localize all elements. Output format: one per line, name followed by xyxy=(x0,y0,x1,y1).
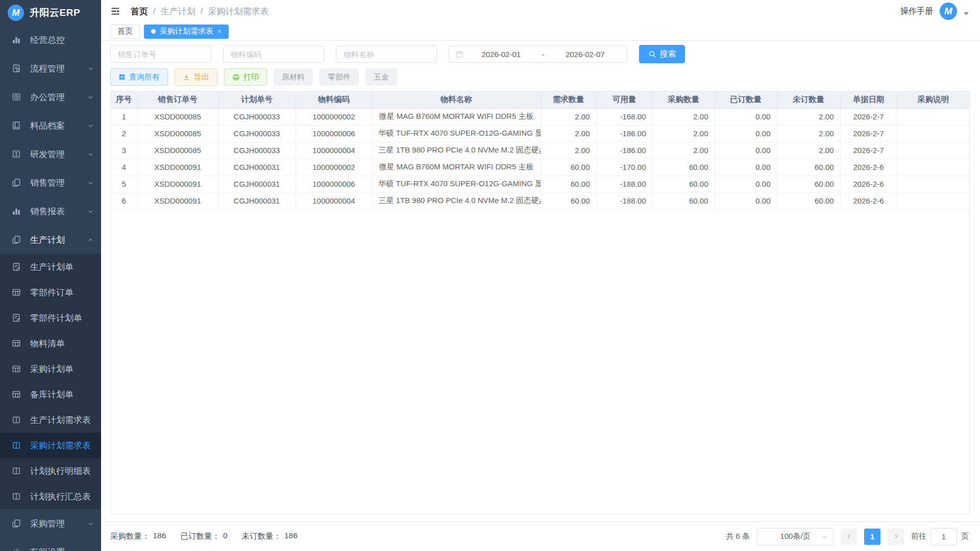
table-row[interactable]: 2XSDD000085CGJH0000331000000006华硕 TUF-RT… xyxy=(111,125,969,142)
stat-已订数量: 已订数量：0 xyxy=(180,531,227,542)
sidebar-item-采购计划需求表[interactable]: 采购计划需求表 xyxy=(0,433,101,458)
footer-stats: 采购数量：186已订数量：0未订数量：186 xyxy=(110,531,298,542)
column-header-需求数量: 需求数量 xyxy=(541,91,596,108)
open-book-icon xyxy=(11,466,21,476)
table-grid-icon xyxy=(11,338,21,348)
sales-order-input[interactable] xyxy=(110,45,211,63)
breadcrumb-current: 采购计划需求表 xyxy=(208,6,268,17)
column-header-物料编码: 物料编码 xyxy=(296,91,372,108)
office-clock-icon xyxy=(11,92,21,102)
material-code-input[interactable] xyxy=(223,45,324,63)
data-table-wrap: 序号销售订单号计划单号物料编码物料名称需求数量可用量采购数量已订数量未订数量单据… xyxy=(110,91,970,514)
导出-button[interactable]: 导出 xyxy=(175,68,217,86)
sidebar-item-生产计划需求表[interactable]: 生产计划需求表 xyxy=(0,407,101,433)
chart-bar-icon xyxy=(11,206,21,216)
calendar-icon xyxy=(455,50,463,58)
close-tab-icon[interactable]: × xyxy=(217,28,222,35)
sidebar-item-备库计划单[interactable]: 备库计划单 xyxy=(0,382,101,407)
查询所有-button[interactable]: 查询所有 xyxy=(110,68,168,86)
sidebar-item-料品档案[interactable]: 料品档案 xyxy=(0,111,101,140)
action-row: 查询所有导出打印原材料零部件五金 xyxy=(110,68,970,86)
date-start-input[interactable] xyxy=(465,50,537,59)
table-row[interactable]: 5XSDD000091CGJH0000311000000006华硕 TUF-RT… xyxy=(111,176,969,192)
copy-doc-icon xyxy=(11,235,21,245)
sidebar-item-零部件订单[interactable]: 零部件订单 xyxy=(0,280,101,305)
零部件-button[interactable]: 零部件 xyxy=(320,68,359,86)
table-row[interactable]: 3XSDD000085CGJH0000331000000004三星 1TB 98… xyxy=(111,142,969,159)
sidebar-item-生产计划[interactable]: 生产计划 xyxy=(0,226,101,254)
copy-doc-icon xyxy=(11,178,21,188)
sidebar-item-销售管理[interactable]: 销售管理 xyxy=(0,168,101,197)
sidebar-item-计划执行明细表[interactable]: 计划执行明细表 xyxy=(0,458,101,484)
logo-icon: M xyxy=(8,5,24,21)
column-header-计划单号: 计划单号 xyxy=(218,91,296,108)
sidebar-item-生产计划单[interactable]: 生产计划单 xyxy=(0,254,101,280)
material-name-input[interactable] xyxy=(336,45,437,63)
tab-采购计划需求表[interactable]: 采购计划需求表× xyxy=(144,24,229,39)
sidebar-item-采购计划单[interactable]: 采购计划单 xyxy=(0,356,101,382)
code-box-icon xyxy=(11,149,21,159)
goto-page: 前往 页 xyxy=(911,528,969,545)
table-row[interactable]: 4XSDD000091CGJH0000311000000002微星 MAG B7… xyxy=(111,159,969,176)
column-header-物料名称: 物料名称 xyxy=(372,91,541,108)
table-row[interactable]: 6XSDD000091CGJH0000311000000004三星 1TB 98… xyxy=(111,192,969,209)
copy-doc-icon xyxy=(11,518,21,529)
sidebar-item-零部件计划单[interactable]: 零部件计划单 xyxy=(0,305,101,331)
sidebar-item-物料清单[interactable]: 物料清单 xyxy=(0,331,101,356)
chevron-up-icon xyxy=(87,237,94,243)
column-header-采购说明: 采购说明 xyxy=(897,91,969,108)
page-size-select[interactable]: 100条/页 xyxy=(757,528,834,545)
sidebar-item-采购管理[interactable]: 采购管理 xyxy=(0,509,101,538)
sidebar-item-研发管理[interactable]: 研发管理 xyxy=(0,140,101,168)
footer: 采购数量：186已订数量：0未订数量：186 共 6 条 100条/页 1 前往… xyxy=(101,521,980,551)
goto-page-input[interactable] xyxy=(930,528,957,545)
prev-page-button[interactable] xyxy=(841,529,857,545)
date-end-input[interactable] xyxy=(550,50,621,59)
table-grid-icon xyxy=(11,364,21,374)
breadcrumb: 首页 / 生产计划 / 采购计划需求表 xyxy=(131,6,268,17)
table-grid-icon xyxy=(11,389,21,399)
column-header-已订数量: 已订数量 xyxy=(715,91,777,108)
sidebar-item-流程管理[interactable]: 流程管理 xyxy=(0,54,101,83)
date-range-picker[interactable]: - xyxy=(449,45,627,63)
chevron-down-icon xyxy=(822,534,828,540)
total-count: 共 6 条 xyxy=(726,532,750,541)
download-icon xyxy=(183,73,190,81)
sidebar-item-办公管理[interactable]: 办公管理 xyxy=(0,83,101,111)
manual-link[interactable]: 操作手册 xyxy=(900,6,933,17)
tab-首页[interactable]: 首页 xyxy=(110,24,140,39)
sidebar-item-经营总控[interactable]: 经营总控 xyxy=(0,26,101,54)
chevron-down-icon xyxy=(87,549,94,551)
user-menu-caret-icon[interactable] xyxy=(964,12,969,15)
打印-button[interactable]: 打印 xyxy=(224,68,267,86)
next-page-button[interactable] xyxy=(888,529,904,545)
column-header-未订数量: 未订数量 xyxy=(777,91,840,108)
chevron-down-icon xyxy=(87,520,94,527)
五金-button[interactable]: 五金 xyxy=(365,68,397,86)
user-avatar[interactable]: M xyxy=(940,3,957,20)
column-header-单据日期: 单据日期 xyxy=(840,91,897,108)
sidebar-item-销售报表[interactable]: 销售报表 xyxy=(0,197,101,226)
sidebar-submenu: 生产计划单零部件订单零部件计划单物料清单采购计划单备库计划单生产计划需求表采购计… xyxy=(0,254,101,509)
topbar: 首页 / 生产计划 / 采购计划需求表 操作手册 M xyxy=(101,0,980,22)
filter-row: - 搜索 xyxy=(110,45,970,63)
sidebar: M 升阳云ERP 经营总控流程管理办公管理料品档案研发管理销售管理销售报表生产计… xyxy=(0,0,101,551)
brand-name: 升阳云ERP xyxy=(30,6,80,19)
breadcrumb-home[interactable]: 首页 xyxy=(131,6,148,17)
table-row[interactable]: 1XSDD000085CGJH0000331000000002微星 MAG B7… xyxy=(111,108,969,125)
grid-icon xyxy=(118,73,126,81)
sidebar-collapse-icon[interactable] xyxy=(110,6,120,16)
main-area: 首页 / 生产计划 / 采购计划需求表 操作手册 M 首页采购计划需求表× - xyxy=(101,0,980,551)
pagination: 共 6 条 100条/页 1 前往 页 xyxy=(726,528,969,545)
column-header-销售订单号: 销售订单号 xyxy=(137,91,218,108)
column-header-可用量: 可用量 xyxy=(596,91,652,108)
chevron-down-icon xyxy=(87,180,94,186)
breadcrumb-item[interactable]: 生产计划 xyxy=(161,6,195,17)
stat-未订数量: 未订数量：186 xyxy=(242,531,298,542)
current-page-button[interactable]: 1 xyxy=(864,529,880,545)
search-button[interactable]: 搜索 xyxy=(639,45,685,63)
sidebar-item-车间设置[interactable]: 车间设置 xyxy=(0,538,101,551)
原材料-button[interactable]: 原材料 xyxy=(274,68,313,86)
stat-采购数量: 采购数量：186 xyxy=(110,531,166,542)
sidebar-item-计划执行汇总表[interactable]: 计划执行汇总表 xyxy=(0,484,101,509)
